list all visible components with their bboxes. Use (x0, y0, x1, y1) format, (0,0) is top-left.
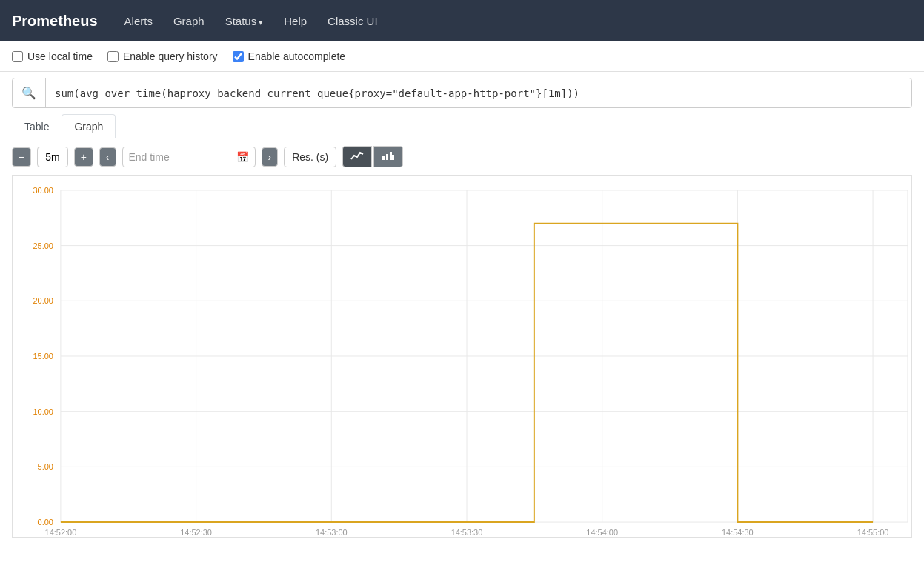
bar-chart-button[interactable] (373, 146, 403, 167)
use-local-time-label: Use local time (27, 50, 93, 62)
chart-container: 30.00 25.00 20.00 15.00 10.00 5.00 0.00 … (12, 175, 912, 538)
options-bar: Use local time Enable query history Enab… (0, 41, 924, 72)
svg-rect-3 (392, 155, 394, 160)
y-label-30: 30.00 (33, 186, 53, 195)
x-label-14543: 14:54:30 (722, 528, 754, 537)
duration-minus-button[interactable]: − (12, 147, 31, 167)
query-input[interactable] (46, 80, 911, 107)
end-time-placeholder: End time (129, 151, 170, 163)
chart-type-buttons (342, 146, 403, 167)
y-label-20: 20.00 (33, 296, 53, 305)
enable-autocomplete-label: Enable autocomplete (248, 50, 346, 62)
enable-autocomplete-checkbox[interactable] (233, 51, 244, 62)
graph-controls: − 5m + ‹ End time 📅 › Res. (s) (0, 138, 924, 175)
alerts-link[interactable]: Alerts (116, 9, 162, 33)
x-label-14533: 14:53:30 (451, 528, 483, 537)
y-label-0: 0.00 (38, 518, 53, 527)
enable-query-history-label: Enable query history (123, 50, 218, 62)
y-label-25: 25.00 (33, 241, 53, 250)
line-chart-button[interactable] (342, 146, 372, 167)
nav-links: Alerts Graph Status Help Classic UI (116, 9, 387, 33)
x-label-1455: 14:55:00 (857, 528, 889, 537)
resolution-button[interactable]: Res. (s) (284, 147, 336, 167)
classic-ui-link[interactable]: Classic UI (319, 9, 387, 33)
brand-link[interactable]: Prometheus (12, 13, 98, 30)
end-time-input[interactable]: End time 📅 (122, 147, 256, 167)
calendar-icon: 📅 (236, 151, 249, 163)
x-label-1452: 14:52:00 (45, 528, 77, 537)
chart-svg: 30.00 25.00 20.00 15.00 10.00 5.00 0.00 … (13, 176, 911, 537)
x-label-14523: 14:52:30 (180, 528, 212, 537)
query-bar: 🔍 (12, 78, 912, 108)
tabs: Table Graph (12, 114, 912, 138)
graph-link[interactable]: Graph (164, 9, 213, 33)
search-icon: 🔍 (13, 78, 46, 107)
navbar: Prometheus Alerts Graph Status Help Clas… (0, 0, 924, 41)
tab-table[interactable]: Table (12, 114, 62, 138)
use-local-time-option[interactable]: Use local time (12, 50, 93, 62)
status-link[interactable]: Status (216, 9, 273, 33)
y-label-15: 15.00 (33, 352, 53, 361)
enable-autocomplete-option[interactable]: Enable autocomplete (233, 50, 346, 62)
x-label-1454: 14:54:00 (586, 528, 618, 537)
bar-chart-icon (382, 150, 395, 161)
tab-graph[interactable]: Graph (62, 114, 116, 138)
duration-plus-button[interactable]: + (74, 147, 93, 167)
time-prev-button[interactable]: ‹ (99, 147, 116, 167)
duration-display: 5m (37, 147, 67, 167)
status-dropdown[interactable]: Status (216, 9, 273, 33)
x-label-1453: 14:53:00 (316, 528, 348, 537)
enable-query-history-checkbox[interactable] (107, 51, 119, 62)
enable-query-history-option[interactable]: Enable query history (107, 50, 218, 62)
svg-rect-0 (382, 156, 385, 160)
line-chart-icon (350, 150, 364, 161)
time-next-button[interactable]: › (262, 147, 279, 167)
help-link[interactable]: Help (275, 9, 316, 33)
y-label-5: 5.00 (38, 462, 53, 471)
y-label-10: 10.00 (33, 407, 53, 416)
use-local-time-checkbox[interactable] (12, 51, 23, 62)
svg-rect-2 (390, 152, 392, 160)
svg-rect-1 (386, 154, 388, 160)
